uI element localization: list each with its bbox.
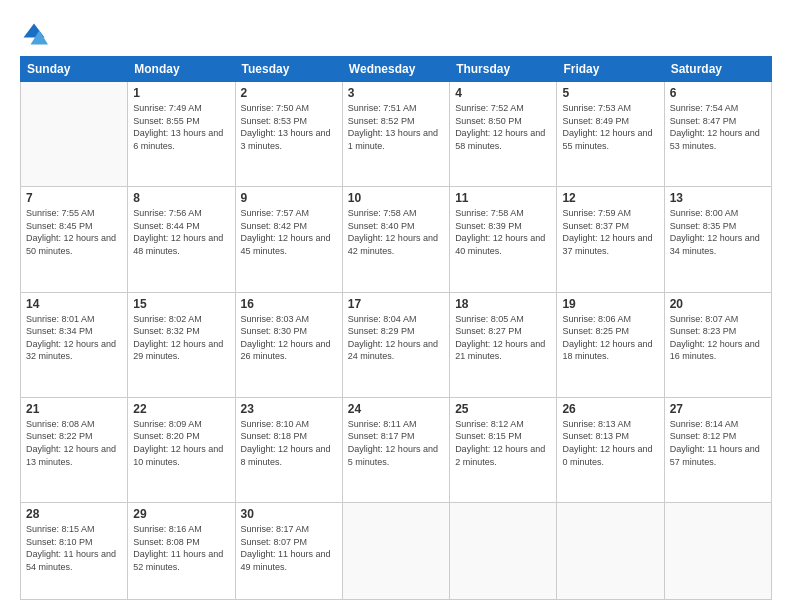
calendar-cell: 12Sunrise: 7:59 AMSunset: 8:37 PMDayligh… bbox=[557, 187, 664, 292]
cell-day-number: 23 bbox=[241, 402, 337, 416]
cell-info: Sunrise: 8:13 AMSunset: 8:13 PMDaylight:… bbox=[562, 418, 658, 468]
header bbox=[20, 16, 772, 48]
cell-info: Sunrise: 8:09 AMSunset: 8:20 PMDaylight:… bbox=[133, 418, 229, 468]
cell-day-number: 21 bbox=[26, 402, 122, 416]
calendar-week-2: 14Sunrise: 8:01 AMSunset: 8:34 PMDayligh… bbox=[21, 292, 772, 397]
calendar-cell: 6Sunrise: 7:54 AMSunset: 8:47 PMDaylight… bbox=[664, 82, 771, 187]
cell-day-number: 26 bbox=[562, 402, 658, 416]
calendar-week-3: 21Sunrise: 8:08 AMSunset: 8:22 PMDayligh… bbox=[21, 397, 772, 502]
cell-info: Sunrise: 8:04 AMSunset: 8:29 PMDaylight:… bbox=[348, 313, 444, 363]
cell-info: Sunrise: 8:16 AMSunset: 8:08 PMDaylight:… bbox=[133, 523, 229, 573]
cell-day-number: 16 bbox=[241, 297, 337, 311]
cell-info: Sunrise: 7:56 AMSunset: 8:44 PMDaylight:… bbox=[133, 207, 229, 257]
cell-info: Sunrise: 8:03 AMSunset: 8:30 PMDaylight:… bbox=[241, 313, 337, 363]
calendar-week-1: 7Sunrise: 7:55 AMSunset: 8:45 PMDaylight… bbox=[21, 187, 772, 292]
cell-day-number: 19 bbox=[562, 297, 658, 311]
calendar-cell: 7Sunrise: 7:55 AMSunset: 8:45 PMDaylight… bbox=[21, 187, 128, 292]
day-header-saturday: Saturday bbox=[664, 57, 771, 82]
cell-day-number: 3 bbox=[348, 86, 444, 100]
cell-day-number: 5 bbox=[562, 86, 658, 100]
calendar-cell: 15Sunrise: 8:02 AMSunset: 8:32 PMDayligh… bbox=[128, 292, 235, 397]
cell-day-number: 9 bbox=[241, 191, 337, 205]
cell-info: Sunrise: 7:52 AMSunset: 8:50 PMDaylight:… bbox=[455, 102, 551, 152]
cell-info: Sunrise: 7:50 AMSunset: 8:53 PMDaylight:… bbox=[241, 102, 337, 152]
cell-info: Sunrise: 8:10 AMSunset: 8:18 PMDaylight:… bbox=[241, 418, 337, 468]
cell-day-number: 17 bbox=[348, 297, 444, 311]
calendar-cell: 3Sunrise: 7:51 AMSunset: 8:52 PMDaylight… bbox=[342, 82, 449, 187]
cell-day-number: 8 bbox=[133, 191, 229, 205]
cell-day-number: 24 bbox=[348, 402, 444, 416]
calendar-cell: 18Sunrise: 8:05 AMSunset: 8:27 PMDayligh… bbox=[450, 292, 557, 397]
cell-info: Sunrise: 7:57 AMSunset: 8:42 PMDaylight:… bbox=[241, 207, 337, 257]
cell-day-number: 4 bbox=[455, 86, 551, 100]
calendar-cell: 22Sunrise: 8:09 AMSunset: 8:20 PMDayligh… bbox=[128, 397, 235, 502]
day-header-tuesday: Tuesday bbox=[235, 57, 342, 82]
cell-day-number: 29 bbox=[133, 507, 229, 521]
calendar-cell: 21Sunrise: 8:08 AMSunset: 8:22 PMDayligh… bbox=[21, 397, 128, 502]
day-header-monday: Monday bbox=[128, 57, 235, 82]
calendar-cell: 26Sunrise: 8:13 AMSunset: 8:13 PMDayligh… bbox=[557, 397, 664, 502]
cell-info: Sunrise: 7:53 AMSunset: 8:49 PMDaylight:… bbox=[562, 102, 658, 152]
calendar-week-0: 1Sunrise: 7:49 AMSunset: 8:55 PMDaylight… bbox=[21, 82, 772, 187]
cell-info: Sunrise: 7:58 AMSunset: 8:39 PMDaylight:… bbox=[455, 207, 551, 257]
calendar-cell: 25Sunrise: 8:12 AMSunset: 8:15 PMDayligh… bbox=[450, 397, 557, 502]
cell-day-number: 12 bbox=[562, 191, 658, 205]
cell-day-number: 2 bbox=[241, 86, 337, 100]
calendar-header-row: SundayMondayTuesdayWednesdayThursdayFrid… bbox=[21, 57, 772, 82]
cell-info: Sunrise: 7:54 AMSunset: 8:47 PMDaylight:… bbox=[670, 102, 766, 152]
cell-day-number: 20 bbox=[670, 297, 766, 311]
cell-info: Sunrise: 8:01 AMSunset: 8:34 PMDaylight:… bbox=[26, 313, 122, 363]
cell-info: Sunrise: 8:11 AMSunset: 8:17 PMDaylight:… bbox=[348, 418, 444, 468]
day-header-sunday: Sunday bbox=[21, 57, 128, 82]
cell-info: Sunrise: 8:14 AMSunset: 8:12 PMDaylight:… bbox=[670, 418, 766, 468]
logo-icon bbox=[20, 20, 48, 48]
calendar-cell: 14Sunrise: 8:01 AMSunset: 8:34 PMDayligh… bbox=[21, 292, 128, 397]
calendar-table: SundayMondayTuesdayWednesdayThursdayFrid… bbox=[20, 56, 772, 600]
cell-info: Sunrise: 8:12 AMSunset: 8:15 PMDaylight:… bbox=[455, 418, 551, 468]
cell-info: Sunrise: 8:00 AMSunset: 8:35 PMDaylight:… bbox=[670, 207, 766, 257]
cell-info: Sunrise: 8:15 AMSunset: 8:10 PMDaylight:… bbox=[26, 523, 122, 573]
calendar-cell: 4Sunrise: 7:52 AMSunset: 8:50 PMDaylight… bbox=[450, 82, 557, 187]
calendar-week-4: 28Sunrise: 8:15 AMSunset: 8:10 PMDayligh… bbox=[21, 503, 772, 600]
calendar-cell: 2Sunrise: 7:50 AMSunset: 8:53 PMDaylight… bbox=[235, 82, 342, 187]
calendar-cell bbox=[664, 503, 771, 600]
cell-day-number: 10 bbox=[348, 191, 444, 205]
cell-day-number: 28 bbox=[26, 507, 122, 521]
calendar-cell bbox=[342, 503, 449, 600]
cell-day-number: 13 bbox=[670, 191, 766, 205]
calendar-cell: 16Sunrise: 8:03 AMSunset: 8:30 PMDayligh… bbox=[235, 292, 342, 397]
cell-info: Sunrise: 7:49 AMSunset: 8:55 PMDaylight:… bbox=[133, 102, 229, 152]
logo bbox=[20, 20, 52, 48]
cell-day-number: 25 bbox=[455, 402, 551, 416]
calendar-cell bbox=[557, 503, 664, 600]
cell-info: Sunrise: 7:58 AMSunset: 8:40 PMDaylight:… bbox=[348, 207, 444, 257]
cell-day-number: 15 bbox=[133, 297, 229, 311]
calendar-cell: 28Sunrise: 8:15 AMSunset: 8:10 PMDayligh… bbox=[21, 503, 128, 600]
calendar-cell: 20Sunrise: 8:07 AMSunset: 8:23 PMDayligh… bbox=[664, 292, 771, 397]
cell-day-number: 1 bbox=[133, 86, 229, 100]
cell-day-number: 14 bbox=[26, 297, 122, 311]
cell-info: Sunrise: 7:55 AMSunset: 8:45 PMDaylight:… bbox=[26, 207, 122, 257]
calendar-cell: 23Sunrise: 8:10 AMSunset: 8:18 PMDayligh… bbox=[235, 397, 342, 502]
cell-day-number: 11 bbox=[455, 191, 551, 205]
calendar-cell: 9Sunrise: 7:57 AMSunset: 8:42 PMDaylight… bbox=[235, 187, 342, 292]
calendar-cell bbox=[450, 503, 557, 600]
calendar-cell: 1Sunrise: 7:49 AMSunset: 8:55 PMDaylight… bbox=[128, 82, 235, 187]
calendar-cell bbox=[21, 82, 128, 187]
calendar-cell: 29Sunrise: 8:16 AMSunset: 8:08 PMDayligh… bbox=[128, 503, 235, 600]
calendar-cell: 10Sunrise: 7:58 AMSunset: 8:40 PMDayligh… bbox=[342, 187, 449, 292]
cell-day-number: 22 bbox=[133, 402, 229, 416]
day-header-thursday: Thursday bbox=[450, 57, 557, 82]
cell-info: Sunrise: 8:02 AMSunset: 8:32 PMDaylight:… bbox=[133, 313, 229, 363]
calendar-cell: 30Sunrise: 8:17 AMSunset: 8:07 PMDayligh… bbox=[235, 503, 342, 600]
cell-day-number: 7 bbox=[26, 191, 122, 205]
calendar-cell: 8Sunrise: 7:56 AMSunset: 8:44 PMDaylight… bbox=[128, 187, 235, 292]
calendar-cell: 5Sunrise: 7:53 AMSunset: 8:49 PMDaylight… bbox=[557, 82, 664, 187]
cell-day-number: 18 bbox=[455, 297, 551, 311]
calendar-cell: 13Sunrise: 8:00 AMSunset: 8:35 PMDayligh… bbox=[664, 187, 771, 292]
cell-info: Sunrise: 8:06 AMSunset: 8:25 PMDaylight:… bbox=[562, 313, 658, 363]
cell-info: Sunrise: 8:08 AMSunset: 8:22 PMDaylight:… bbox=[26, 418, 122, 468]
cell-info: Sunrise: 8:17 AMSunset: 8:07 PMDaylight:… bbox=[241, 523, 337, 573]
cell-info: Sunrise: 7:59 AMSunset: 8:37 PMDaylight:… bbox=[562, 207, 658, 257]
calendar-cell: 17Sunrise: 8:04 AMSunset: 8:29 PMDayligh… bbox=[342, 292, 449, 397]
